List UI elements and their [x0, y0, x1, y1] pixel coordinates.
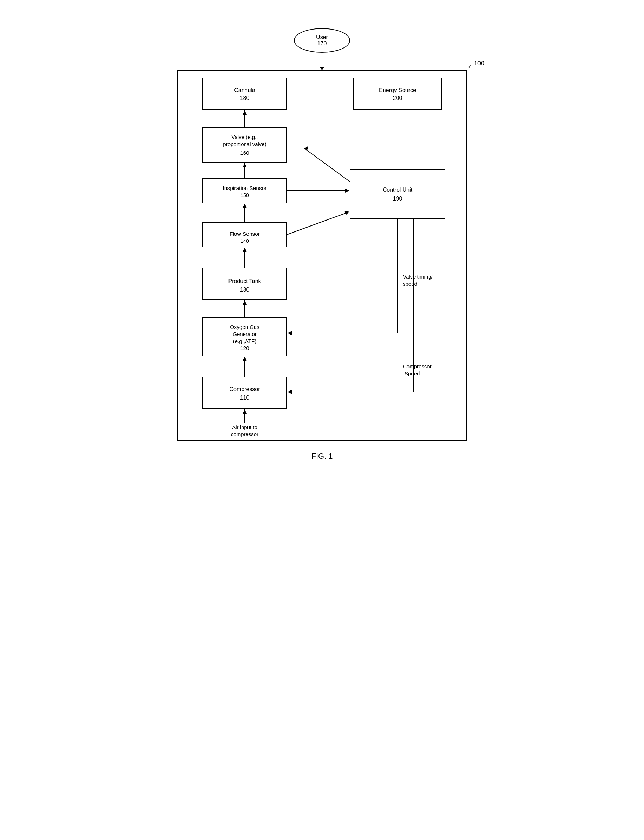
svg-rect-33	[202, 377, 287, 409]
user-node: User 170	[294, 28, 350, 53]
svg-text:proportional valve): proportional valve)	[223, 141, 266, 147]
svg-text:(e.g.,ATF): (e.g.,ATF)	[233, 338, 256, 344]
svg-marker-32	[243, 357, 247, 361]
page-container: User 170 100 ↙ Cannula 180	[161, 7, 483, 461]
svg-text:140: 140	[240, 238, 249, 244]
svg-text:Valve (e.g.,: Valve (e.g.,	[232, 134, 258, 140]
svg-text:Compressor: Compressor	[403, 363, 432, 369]
svg-marker-10	[243, 163, 247, 168]
svg-text:Valve timing/: Valve timing/	[403, 273, 433, 280]
svg-text:Flow Sensor: Flow Sensor	[230, 231, 260, 237]
svg-text:Oxygen Gas: Oxygen Gas	[230, 324, 259, 330]
user-label: User	[316, 34, 328, 40]
svg-text:Product Tank: Product Tank	[228, 278, 261, 284]
svg-marker-4	[243, 110, 247, 115]
svg-rect-40	[354, 78, 442, 110]
svg-marker-20	[243, 248, 247, 252]
svg-marker-49	[345, 211, 350, 215]
svg-marker-47	[345, 189, 350, 193]
svg-text:Compressor: Compressor	[229, 386, 260, 392]
svg-text:150: 150	[240, 193, 249, 198]
svg-text:Generator: Generator	[233, 331, 256, 337]
svg-text:110: 110	[240, 395, 250, 401]
svg-text:130: 130	[240, 287, 250, 293]
user-number: 170	[317, 40, 327, 47]
arrow-user-to-cannula	[322, 53, 322, 70]
svg-marker-25	[243, 300, 247, 305]
svg-text:Control Unit: Control Unit	[383, 187, 413, 193]
system-number: 100	[474, 60, 485, 67]
svg-text:compressor: compressor	[231, 431, 258, 437]
svg-marker-37	[243, 409, 247, 413]
svg-line-48	[287, 212, 350, 235]
svg-marker-59	[288, 390, 292, 394]
arrow-100-icon: ↙	[468, 63, 472, 69]
svg-marker-15	[243, 204, 247, 208]
svg-text:Energy Source: Energy Source	[379, 87, 416, 93]
svg-text:Speed: Speed	[405, 371, 420, 376]
svg-text:180: 180	[240, 95, 250, 101]
svg-text:Inspiration Sensor: Inspiration Sensor	[223, 185, 267, 191]
svg-text:Air input to: Air input to	[232, 424, 257, 430]
system-box: 100 ↙ Cannula 180 Valve (e.g., proportio…	[177, 70, 467, 441]
svg-text:190: 190	[393, 196, 402, 201]
svg-text:160: 160	[240, 150, 249, 156]
diagram-svg: Cannula 180 Valve (e.g., proportional va…	[178, 71, 466, 440]
svg-marker-51	[304, 146, 308, 150]
svg-text:Cannula: Cannula	[234, 87, 255, 93]
svg-text:200: 200	[393, 95, 402, 101]
svg-text:120: 120	[240, 345, 249, 351]
svg-marker-54	[288, 331, 292, 335]
svg-line-50	[304, 148, 350, 182]
figure-label: FIG. 1	[311, 452, 333, 461]
svg-rect-0	[202, 78, 287, 110]
svg-rect-43	[350, 170, 445, 219]
svg-text:speed: speed	[403, 281, 417, 287]
